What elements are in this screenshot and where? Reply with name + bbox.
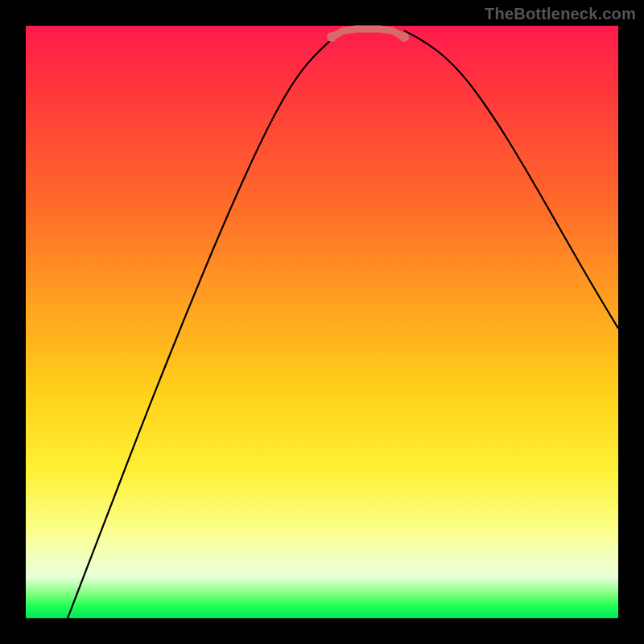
watermark-text: TheBottleneck.com (485, 5, 636, 23)
right-curve-path (404, 31, 618, 328)
chart-svg (26, 26, 618, 618)
chart-frame: TheBottleneck.com (0, 0, 644, 644)
floor-marker-dot-right (399, 32, 409, 42)
plot-area (26, 26, 618, 618)
floor-marker-dot-left (327, 32, 336, 42)
floor-marker-path (332, 29, 404, 37)
left-curve-path (68, 31, 344, 618)
